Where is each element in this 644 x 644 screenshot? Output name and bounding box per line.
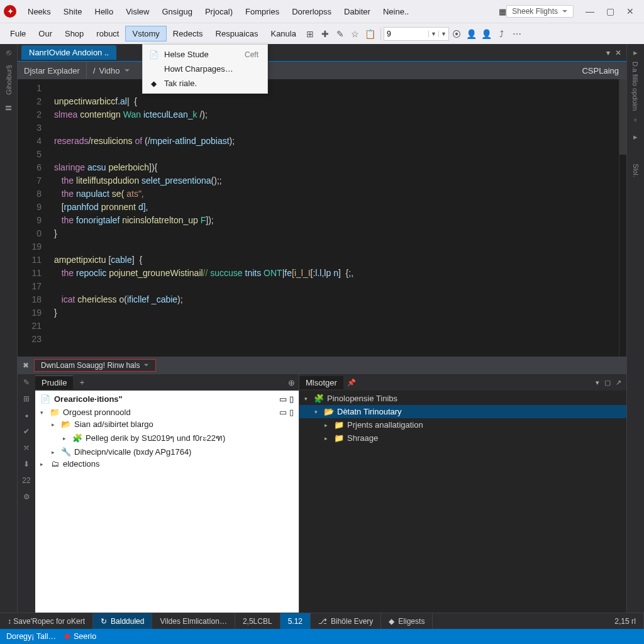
menu-prjocal)[interactable]: Prjocal) bbox=[199, 4, 239, 19]
menu2-fule[interactable]: Fule bbox=[4, 26, 32, 41]
code-line[interactable]: } bbox=[54, 306, 626, 319]
scroll-thumb[interactable] bbox=[619, 79, 626, 155]
status-ver[interactable]: 5.12 bbox=[280, 613, 311, 629]
code-line[interactable]: reserads/resulicions of (/mpeir-atlind_p… bbox=[54, 135, 626, 148]
menu2-respuaicas[interactable]: Respuaicas bbox=[209, 26, 265, 41]
panel-max-icon[interactable]: ▢ bbox=[604, 379, 611, 387]
code-editor[interactable]: 1223456789901911111718192123 unpectirwar… bbox=[18, 79, 626, 357]
pin-icon[interactable]: 📌 bbox=[343, 379, 360, 387]
breadcrumb-a[interactable]: Djstar Explader bbox=[18, 62, 87, 79]
tab-mlsotger[interactable]: Mlsotger bbox=[299, 376, 343, 389]
gutter-icon[interactable]: 22 bbox=[22, 476, 30, 485]
caret-icon[interactable]: ▸ bbox=[52, 449, 58, 455]
menu2-robuct[interactable]: robuct bbox=[90, 26, 125, 41]
menu2-shop[interactable]: Shop bbox=[58, 26, 90, 41]
numeric-combo-input[interactable] bbox=[384, 30, 428, 38]
code-line[interactable]: ampettipxictu [cable] { bbox=[54, 253, 626, 267]
gutter-icon[interactable]: ✎ bbox=[23, 378, 30, 387]
menu2-vstomy[interactable]: Vstomy bbox=[125, 26, 166, 42]
code-line[interactable]: slaringe acsu pelerboich]){ bbox=[54, 161, 626, 174]
add-tab-icon[interactable]: ＋ bbox=[73, 377, 91, 388]
chevron-down-icon[interactable]: ▼ bbox=[428, 31, 438, 37]
tree-row[interactable]: ▾📂Dètatn Tirinoutary bbox=[299, 405, 626, 418]
menu-neine..[interactable]: Neine.. bbox=[377, 4, 415, 19]
window-restore-button[interactable]: ▢ bbox=[600, 6, 620, 16]
tree-row[interactable]: ▸📂Sian ad/sibirtet blargo bbox=[35, 418, 299, 430]
solution-tree[interactable]: 📄Orearicole·itions" ▭▯ ▾📁Orgoest pronnoo… bbox=[35, 391, 299, 613]
sheek-icon[interactable]: ▦ bbox=[499, 7, 506, 16]
gutter-icon[interactable]: ⬇ bbox=[23, 460, 30, 469]
menu-fompries[interactable]: Fompries bbox=[239, 4, 286, 19]
menu-dabiter[interactable]: Dabiter bbox=[338, 4, 377, 19]
scroll-map[interactable] bbox=[619, 79, 626, 357]
menu2-kanula[interactable]: Kanula bbox=[264, 26, 302, 41]
tree-row[interactable]: ▸📁Prjents anallatigation bbox=[299, 418, 626, 431]
caret-icon[interactable]: ▸ bbox=[325, 422, 331, 428]
tool-user2-icon[interactable]: 👤 bbox=[479, 29, 494, 39]
panel-min-icon[interactable]: ▾ bbox=[596, 379, 599, 387]
menu-dorerlopss[interactable]: Dorerlopss bbox=[286, 4, 338, 19]
status-branch[interactable]: ⎇ Bihöle Every bbox=[311, 613, 381, 629]
tab-close-icon[interactable]: ✕ bbox=[615, 48, 621, 57]
window-close-button[interactable]: ✕ bbox=[620, 6, 640, 16]
tree-row[interactable]: ▾📁Orgoest pronnoold▭ ▯ bbox=[35, 406, 299, 418]
footer-seerio[interactable]: Seerio bbox=[65, 632, 96, 641]
status-vildes[interactable]: Vildes Elmlicatíon… bbox=[152, 613, 235, 629]
code-line[interactable] bbox=[54, 121, 626, 135]
document-tab[interactable]: NanrIOvide Andoion .. bbox=[21, 45, 116, 60]
chevron-down-icon[interactable]: ▼ bbox=[438, 31, 448, 37]
breadcrumb-region[interactable]: CSPLaing bbox=[574, 66, 626, 75]
tree-row[interactable]: ▸🗂eldections bbox=[35, 458, 299, 470]
header-btn-icon[interactable]: ▭ bbox=[279, 394, 287, 404]
debug-close-icon[interactable]: ✖ bbox=[23, 361, 29, 370]
code-line[interactable]: unpectirwarbiccf.al| { bbox=[54, 95, 626, 108]
code-area[interactable]: unpectirwarbiccf.al| {slmea contentign W… bbox=[49, 79, 626, 357]
gutter-icon[interactable]: ⤲ bbox=[23, 443, 30, 452]
panel-pin-icon[interactable]: ⊕ bbox=[284, 378, 299, 387]
tool-up-icon[interactable]: ⤴ bbox=[494, 29, 509, 39]
gutter-icon[interactable]: ⬥ bbox=[25, 411, 29, 419]
project-tree[interactable]: ▾🧩Pinolopensie Tinibs▾📂Dètatn Tirinoutar… bbox=[299, 391, 626, 613]
menu-neeks[interactable]: Neeks bbox=[21, 4, 57, 19]
menu-shite[interactable]: Shite bbox=[57, 4, 89, 19]
menu2-our[interactable]: Our bbox=[32, 26, 58, 41]
tree-row[interactable]: ▾🧩Pinolopensie Tinibs bbox=[299, 392, 626, 405]
dropdown-item[interactable]: 📄Helse StudeCeft bbox=[143, 47, 267, 62]
code-line[interactable]: the repoclic pojunet_grouneWistinail// s… bbox=[54, 267, 626, 280]
tree-row[interactable]: ▸🧩Pelleg derik by Sบ2019ๆ und f0rะ22ฑ) bbox=[35, 430, 299, 446]
footer-doregy[interactable]: Doregy¡ Tall… bbox=[6, 632, 56, 641]
tab-prudile[interactable]: Prudile bbox=[35, 375, 73, 389]
caret-icon[interactable]: ▾ bbox=[314, 409, 321, 415]
breadcrumb-b[interactable]: /Vidho bbox=[87, 62, 136, 79]
gutter-icon[interactable]: ⚙ bbox=[23, 492, 30, 501]
caret-icon[interactable]: ▸ bbox=[325, 435, 331, 441]
debug-config-combo[interactable]: DwnLoam Soaugg! Rinw hals bbox=[34, 359, 156, 372]
window-minimize-button[interactable]: — bbox=[580, 6, 600, 16]
tree-row[interactable]: ▸🔧Dihecipn/vicalle (bxdy APg1764) bbox=[35, 446, 299, 458]
caret-icon[interactable]: ▾ bbox=[40, 409, 47, 416]
code-line[interactable] bbox=[54, 82, 626, 95]
gutter-icon[interactable]: ⊞ bbox=[23, 394, 30, 403]
status-build[interactable]: ↻ Baldduled bbox=[93, 613, 152, 629]
menu-vislew[interactable]: Vislew bbox=[119, 4, 155, 19]
sidebar-icon[interactable]: ▫ bbox=[634, 115, 637, 125]
header-btn-icon[interactable]: ▯ bbox=[289, 394, 294, 404]
tool-add-icon[interactable]: ✚ bbox=[318, 29, 333, 39]
code-line[interactable] bbox=[54, 240, 626, 253]
code-line[interactable]: } bbox=[54, 227, 626, 240]
tool-icon-1[interactable]: ⊞ bbox=[303, 29, 318, 39]
status-save[interactable]: ↕ Save'Ropec for oKert bbox=[0, 613, 93, 629]
caret-icon[interactable]: ▸ bbox=[63, 435, 69, 441]
code-line[interactable]: [rpanhfod pronnent d], bbox=[54, 201, 626, 214]
code-line[interactable]: icat chericless o(ificllef _cabie); bbox=[54, 293, 626, 306]
tool-more-icon[interactable]: ⋯ bbox=[509, 29, 525, 39]
sidebar-icon[interactable]: ▸ bbox=[633, 132, 638, 142]
numeric-combo[interactable]: ▼ ▼ bbox=[384, 27, 449, 41]
row-btn-icon[interactable]: ▭ ▯ bbox=[279, 408, 294, 417]
sidebar-label[interactable]: Slol. bbox=[632, 164, 640, 177]
code-line[interactable]: slmea contentign Wan icteculLean_k /); bbox=[54, 108, 626, 121]
tab-dropdown-icon[interactable]: ▾ bbox=[606, 48, 610, 57]
tool-star-icon[interactable]: ☆ bbox=[348, 29, 363, 39]
sheek-flights-combo[interactable]: Sheek Flights bbox=[506, 5, 574, 18]
dropdown-item[interactable]: ◆Tak riale. bbox=[143, 76, 267, 91]
